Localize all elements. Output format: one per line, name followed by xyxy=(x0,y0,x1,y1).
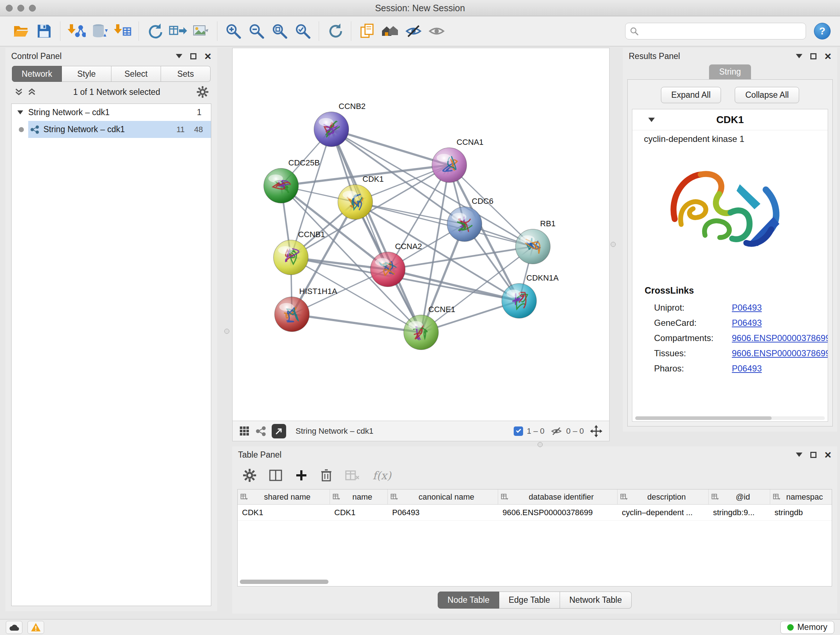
collapse-section-icon[interactable] xyxy=(648,118,655,122)
cloud-status-button[interactable] xyxy=(6,621,22,634)
network-node-CCNE1[interactable] xyxy=(404,315,439,350)
vertical-splitter-handle-right[interactable] xyxy=(611,242,616,247)
tab-network-table[interactable]: Network Table xyxy=(560,592,632,608)
home-button[interactable] xyxy=(379,19,402,43)
protein-card-header[interactable]: CDK1 xyxy=(632,109,828,130)
control-tab-network[interactable]: Network xyxy=(12,66,62,82)
open-session-button[interactable] xyxy=(9,19,33,43)
network-canvas[interactable]: CCNB2CCNA1CDC25BCDK1CDC6RB1CCNB1CCNA2CDK… xyxy=(233,48,609,421)
table-row[interactable]: CDK1CDK1P064939606.ENSP00000378699cyclin… xyxy=(238,505,832,521)
search-icon xyxy=(630,27,638,35)
selected-checkbox-icon[interactable] xyxy=(514,426,523,436)
minimize-window-button[interactable] xyxy=(17,5,24,11)
panel-float-icon[interactable] xyxy=(810,452,816,458)
show-eye-button[interactable] xyxy=(425,19,448,43)
column-type-icon xyxy=(240,494,248,500)
save-session-button[interactable] xyxy=(33,19,56,43)
help-button[interactable]: ? xyxy=(814,23,831,40)
delete-column-trash-icon[interactable] xyxy=(321,469,332,482)
column-header--id[interactable]: @id xyxy=(709,489,770,504)
column-header-database-identifier[interactable]: database identifier xyxy=(498,489,617,504)
zoom-in-button[interactable] xyxy=(222,19,245,43)
tab-edge-table[interactable]: Edge Table xyxy=(499,592,560,608)
panel-float-icon[interactable] xyxy=(810,53,816,59)
panel-close-icon[interactable]: × xyxy=(824,449,831,461)
open-in-browser-button[interactable] xyxy=(272,424,286,439)
memory-button[interactable]: Memory xyxy=(780,621,834,634)
panel-menu-icon[interactable] xyxy=(796,54,802,58)
horizontal-splitter-handle[interactable] xyxy=(538,442,543,447)
network-node-CCNB2[interactable] xyxy=(314,112,349,147)
search-input[interactable] xyxy=(641,27,801,36)
control-tab-style[interactable]: Style xyxy=(62,66,111,82)
vertical-splitter-handle-left[interactable] xyxy=(224,329,229,334)
zoom-out-button[interactable] xyxy=(245,19,268,43)
grid-view-icon[interactable] xyxy=(239,426,250,437)
table-header-row: shared namenamecanonical namedatabase id… xyxy=(238,489,832,505)
panel-close-icon[interactable]: × xyxy=(204,50,211,62)
crosslink-link[interactable]: P06493 xyxy=(732,318,762,328)
gear-icon[interactable] xyxy=(197,86,208,98)
panel-close-icon[interactable]: × xyxy=(824,50,831,62)
tree-expand-icon[interactable] xyxy=(17,111,23,114)
network-edge-HIST1H1A-CCNE1[interactable] xyxy=(292,314,421,333)
collapse-all-button[interactable]: Collapse All xyxy=(735,87,799,103)
expand-all-button[interactable]: Expand All xyxy=(661,87,722,103)
network-node-CDC6[interactable] xyxy=(447,207,482,241)
panel-float-icon[interactable] xyxy=(190,53,196,59)
column-header-canonical-name[interactable]: canonical name xyxy=(388,489,498,504)
tab-string[interactable]: String xyxy=(709,65,751,79)
crosslink-link[interactable]: 9606.ENSP00000378699 xyxy=(732,348,828,358)
column-header-name[interactable]: name xyxy=(330,489,388,504)
add-column-icon[interactable] xyxy=(295,469,308,481)
zoom-fit-button[interactable] xyxy=(268,19,291,43)
network-collection-row[interactable]: String Network – cdk1 1 xyxy=(11,104,211,121)
share-view-icon[interactable] xyxy=(256,426,266,436)
column-header-description[interactable]: description xyxy=(617,489,709,504)
hide-unhide-button[interactable] xyxy=(402,19,425,43)
network-node-CDK1[interactable] xyxy=(338,185,373,219)
new-network-button[interactable] xyxy=(143,19,166,43)
network-node-CCNA2[interactable] xyxy=(370,252,405,287)
export-image-button[interactable] xyxy=(189,19,213,43)
network-row[interactable]: String Network – cdk1 11 48 xyxy=(11,121,211,138)
column-header-shared-name[interactable]: shared name xyxy=(238,489,330,504)
close-window-button[interactable] xyxy=(6,5,13,11)
network-node-RB1[interactable] xyxy=(515,229,550,264)
zoom-window-button[interactable] xyxy=(29,5,36,11)
network-node-CDKN1A[interactable] xyxy=(502,283,537,318)
copy-document-button[interactable] xyxy=(355,19,379,43)
control-panel-title: Control Panel xyxy=(11,51,62,61)
crosslinks-title: CrossLinks xyxy=(632,274,828,300)
network-from-table-button[interactable] xyxy=(166,19,189,43)
show-columns-icon[interactable] xyxy=(269,469,282,481)
tab-node-table[interactable]: Node Table xyxy=(438,592,499,608)
panel-menu-icon[interactable] xyxy=(176,54,182,58)
zoom-selected-button[interactable] xyxy=(291,19,314,43)
panel-menu-icon[interactable] xyxy=(796,453,802,457)
hidden-eye-slash-icon[interactable] xyxy=(550,426,562,437)
import-table-button[interactable] xyxy=(111,19,134,43)
collapse-all-icon[interactable] xyxy=(14,87,24,97)
crosslink-link[interactable]: 9606.ENSP00000378699 xyxy=(732,333,828,343)
network-node-CCNA1[interactable] xyxy=(432,148,467,182)
table-settings-gear-icon[interactable] xyxy=(243,469,256,482)
fit-content-crosshair-icon[interactable] xyxy=(590,424,603,438)
import-database-button[interactable] xyxy=(88,19,111,43)
control-tab-sets[interactable]: Sets xyxy=(161,66,210,82)
control-tab-select[interactable]: Select xyxy=(111,66,161,82)
network-node-CCNB1[interactable] xyxy=(273,240,308,275)
crosslink-link[interactable]: P06493 xyxy=(732,302,762,313)
results-horizontal-scrollbar[interactable] xyxy=(635,416,825,420)
table-horizontal-scrollbar[interactable] xyxy=(240,580,829,585)
network-edge-CCNB2-CCNA1[interactable] xyxy=(332,129,449,165)
network-node-CDC25B[interactable] xyxy=(264,168,298,203)
network-edge-CCNB2-CCNE1[interactable] xyxy=(332,129,421,333)
apply-layout-button[interactable] xyxy=(324,19,347,43)
import-network-button[interactable] xyxy=(65,19,88,43)
expand-all-icon[interactable] xyxy=(27,87,36,97)
warnings-button[interactable] xyxy=(27,621,44,634)
column-header-namespac[interactable]: namespac xyxy=(770,489,832,504)
network-node-HIST1H1A[interactable] xyxy=(275,297,309,332)
crosslink-link[interactable]: P06493 xyxy=(732,363,762,374)
